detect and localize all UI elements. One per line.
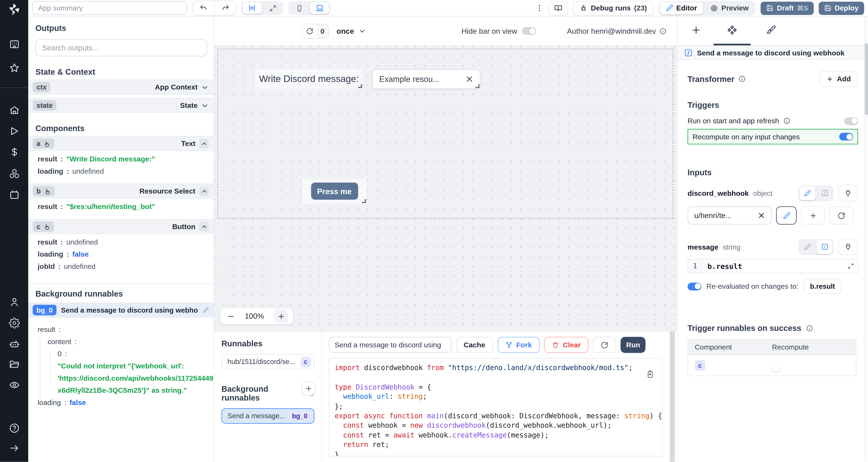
run-on-start-toggle[interactable] — [844, 117, 858, 125]
hide-bar-toggle[interactable] — [522, 27, 536, 35]
more-options-button[interactable] — [535, 4, 544, 12]
window-scrollbar[interactable] — [864, 16, 868, 462]
center-align-button[interactable] — [243, 2, 262, 14]
message-expression-editor[interactable]: 1 b.result — [688, 259, 858, 273]
add-transformer-button[interactable]: Add — [819, 71, 858, 87]
favorites-star-icon[interactable] — [9, 62, 20, 73]
desktop-view-button[interactable] — [310, 2, 329, 14]
eval-mode-button[interactable]: f — [816, 240, 833, 254]
refresh-count-button[interactable]: 0 — [302, 24, 329, 38]
author-label: Author henri@windmill.dev — [567, 27, 656, 35]
collapse-arrow-icon[interactable] — [9, 442, 20, 454]
reeval-label: Re-evaluated on changes to: — [707, 282, 799, 290]
output-row-ctx[interactable]: ctxApp Context — [28, 80, 214, 95]
background-runnable-item-selected[interactable]: Send a message... bg_0 — [221, 408, 314, 424]
add-background-runnable-button[interactable] — [301, 381, 316, 396]
reeval-target-chip[interactable]: b.result — [803, 279, 842, 294]
refresh-resource-button[interactable] — [829, 206, 854, 225]
mobile-view-button[interactable] — [289, 2, 309, 14]
cache-button[interactable]: Cache — [456, 337, 493, 353]
press-me-button[interactable]: Press me — [311, 183, 358, 200]
info-icon[interactable] — [783, 117, 790, 125]
component-row-c[interactable]: cButton — [28, 219, 214, 234]
property-value: false — [72, 250, 89, 258]
resource-value-box[interactable]: u/henri/te... — [688, 206, 772, 225]
property-value: "$res:u/henri/testing_bot" — [66, 202, 155, 210]
output-row-state[interactable]: stateState — [28, 98, 214, 113]
recompute-toggle[interactable] — [839, 133, 853, 140]
redo-button[interactable] — [214, 1, 236, 15]
add-resource-button[interactable] — [801, 206, 825, 225]
tab-editor[interactable]: Editor — [660, 2, 703, 14]
property-key: loading — [38, 250, 63, 258]
search-outputs-input[interactable] — [35, 39, 207, 57]
runnable-item[interactable]: hub/1511/discord/se... c — [221, 354, 314, 369]
app-summary-input[interactable] — [32, 1, 187, 15]
component-row-a[interactable]: aText — [28, 136, 214, 151]
scrollbar-thumb[interactable] — [864, 43, 868, 115]
zoom-in-button[interactable] — [274, 309, 288, 323]
fullscreen-button[interactable] — [263, 2, 282, 14]
workspace-icon[interactable] — [9, 39, 20, 50]
workers-robot-icon[interactable] — [9, 338, 20, 350]
runs-play-icon[interactable] — [9, 126, 20, 136]
resize-handle[interactable] — [475, 84, 479, 88]
copy-code-icon[interactable] — [646, 370, 654, 378]
info-icon[interactable] — [738, 75, 745, 82]
folders-icon[interactable] — [9, 359, 20, 370]
connect-plug-button[interactable] — [838, 238, 858, 255]
insert-component-tab[interactable] — [691, 25, 701, 35]
deploy-button[interactable]: Deploy — [818, 1, 864, 15]
frequency-dropdown[interactable]: once — [337, 27, 366, 35]
home-icon[interactable] — [9, 105, 20, 116]
zoom-out-icon[interactable] — [227, 312, 235, 320]
fork-button[interactable]: Fork — [497, 337, 540, 353]
connect-plug-button[interactable] — [838, 185, 858, 201]
collapse-button[interactable] — [199, 186, 209, 196]
resize-handle[interactable] — [362, 199, 366, 203]
reeval-toggle[interactable] — [688, 282, 702, 290]
info-icon[interactable] — [806, 325, 813, 332]
clear-selection-icon[interactable] — [466, 75, 473, 83]
styling-brush-tab[interactable] — [766, 25, 776, 35]
button-component[interactable]: Press me — [302, 179, 367, 204]
clear-resource-icon[interactable] — [758, 212, 765, 219]
edit-resource-button[interactable] — [776, 206, 797, 225]
component-row-b[interactable]: bResource Select — [28, 184, 214, 199]
resource-select-component[interactable]: Example resou... — [372, 69, 480, 89]
clear-button[interactable]: Clear — [544, 337, 589, 353]
windmill-logo-icon[interactable] — [7, 2, 21, 16]
debug-runs-button[interactable]: Debug runs (23) — [573, 1, 653, 15]
draft-button[interactable]: Draft ⌘S — [761, 1, 813, 15]
script-name-input[interactable] — [329, 337, 452, 353]
collapse-button[interactable] — [199, 139, 209, 148]
run-button[interactable]: Run — [621, 337, 646, 353]
collapse-button[interactable] — [199, 222, 209, 231]
expand-editor-button[interactable] — [845, 260, 857, 272]
help-icon[interactable] — [9, 423, 20, 434]
code-editor[interactable]: import discordwebhook from "https://deno… — [329, 358, 663, 456]
info-icon[interactable] — [659, 27, 666, 35]
tab-preview[interactable]: Preview — [704, 2, 755, 14]
variables-dollar-icon[interactable] — [9, 146, 20, 158]
user-icon[interactable] — [9, 297, 20, 307]
eval-mode-button[interactable]: f — [816, 186, 833, 200]
undo-button[interactable] — [193, 1, 214, 15]
component-settings-tab[interactable] — [726, 25, 738, 37]
docs-button[interactable] — [549, 1, 568, 15]
settings-gear-icon[interactable] — [9, 318, 20, 328]
app-canvas[interactable]: Write Discord message: Example resou... … — [214, 45, 677, 331]
editor-scrollbar[interactable] — [670, 331, 675, 462]
reload-script-button[interactable] — [593, 337, 616, 353]
debug-runs-label: Debug runs — [591, 4, 631, 12]
audit-eye-icon[interactable] — [9, 380, 20, 391]
output-property: "Could not interpret "{'webhook_url': — [38, 362, 208, 370]
resources-boxes-icon[interactable] — [9, 168, 20, 179]
background-runnable-row[interactable]: bg_0 Send a message to discord using web… — [28, 303, 214, 318]
edit-pencil-icon[interactable] — [203, 307, 209, 313]
static-mode-button[interactable] — [799, 240, 815, 254]
schedules-calendar-icon[interactable] — [9, 189, 20, 200]
static-mode-button[interactable] — [799, 186, 815, 200]
resize-handle[interactable] — [358, 84, 362, 88]
text-component[interactable]: Write Discord message: — [255, 69, 363, 88]
